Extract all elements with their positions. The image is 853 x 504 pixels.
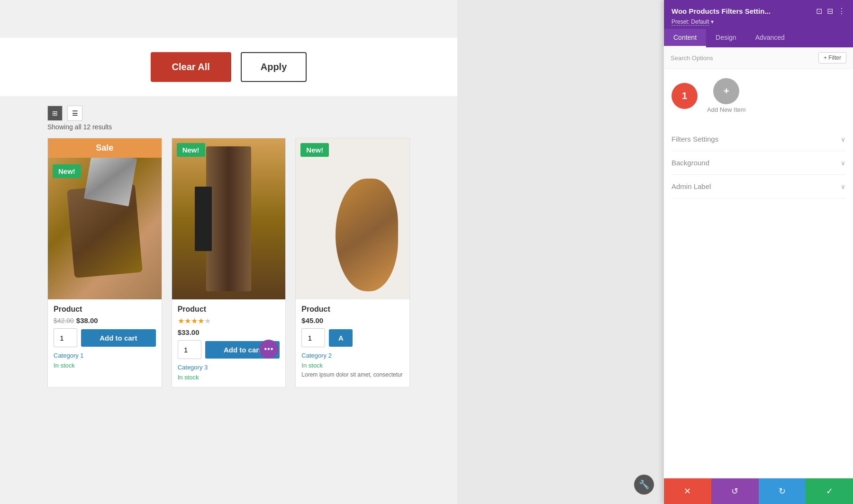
star-rating-2: ★★★★★ <box>178 316 280 325</box>
in-stock-2: In stock <box>178 374 199 381</box>
new-badge-2: New! <box>177 143 205 157</box>
accordion-admin-label: Admin Label ∨ <box>672 175 845 198</box>
panel-header-icons: ⊡ ⊟ ⋮ <box>816 7 845 16</box>
list-view-button[interactable]: ☰ <box>67 106 82 121</box>
price-3: $45.00 <box>301 316 323 324</box>
product-price-3: $45.00 <box>301 316 404 324</box>
panel-bottom-bar: ✕ ↺ ↻ ✓ <box>664 478 853 504</box>
panel-responsive-icon[interactable]: ⊡ <box>816 7 822 16</box>
add-new-item-column: + Add New Item <box>707 78 746 113</box>
new-price-1: $38.00 <box>76 316 98 324</box>
accordion-background-chevron: ∨ <box>841 159 845 167</box>
in-stock-3: In stock <box>301 362 323 369</box>
star-1: ★ <box>178 317 184 325</box>
product-description-3: Lorem ipsum dolor sit amet, consectetur <box>301 371 404 378</box>
product-name-1: Product <box>54 305 156 314</box>
product-image-2: New! <box>172 138 286 299</box>
preset-text: Preset: Default <box>672 18 709 26</box>
filter-buttons-area: Clear All Apply <box>0 38 457 96</box>
accordion-filters-settings-title: Filters Settings <box>672 135 718 143</box>
preset-selector[interactable]: Preset: Default ▾ <box>672 18 845 25</box>
category-link-3[interactable]: Category 2 <box>301 352 404 359</box>
accordion-admin-label-header[interactable]: Admin Label ∨ <box>672 175 845 198</box>
product-image-1: Sale New! <box>48 138 162 299</box>
panel-layout-icon[interactable]: ⊟ <box>827 7 833 16</box>
new-badge-3: New! <box>300 143 329 157</box>
quantity-input-1[interactable] <box>54 328 77 347</box>
quantity-input-3[interactable] <box>301 328 325 347</box>
accordion-background-header[interactable]: Background ∨ <box>672 151 845 174</box>
star-4: ★ <box>198 317 204 325</box>
product-price-2: $33.00 <box>178 328 280 336</box>
redo-icon: ↻ <box>779 486 786 496</box>
price-2: $33.00 <box>178 328 200 336</box>
items-row: 1 + Add New Item <box>672 78 845 113</box>
panel-tabs: Content Design Advanced <box>664 29 853 47</box>
accordion-background: Background ∨ <box>672 151 845 175</box>
grid-view-button[interactable]: ⊞ <box>47 106 63 121</box>
category-link-1[interactable]: Category 1 <box>54 352 156 359</box>
panel-menu-icon[interactable]: ⋮ <box>838 7 845 16</box>
accordion-filters-settings-chevron: ∨ <box>841 135 845 143</box>
product-info-3: Product $45.00 A Category 2 In stock Lor… <box>296 299 409 384</box>
accordion-admin-label-chevron: ∨ <box>841 183 845 190</box>
plus-icon: + <box>724 86 729 97</box>
item-circle-1[interactable]: 1 <box>672 83 698 109</box>
star-2: ★ <box>184 317 191 325</box>
undo-icon: ↺ <box>731 486 738 496</box>
product-info-1: Product $42.00$38.00 Add to cart Categor… <box>48 299 162 375</box>
product-card-3: New! Product $45.00 A Category 2 In stoc… <box>295 138 410 387</box>
list-view-icon: ☰ <box>72 109 78 117</box>
accordion-filters-settings: Filters Settings ∨ <box>672 127 845 151</box>
save-icon: ✓ <box>826 486 833 496</box>
add-to-cart-row-1: Add to cart <box>54 328 156 347</box>
search-options-label: Search Options <box>671 54 713 62</box>
tab-design[interactable]: Design <box>706 29 746 47</box>
star-5: ★ <box>204 317 211 325</box>
quantity-input-2[interactable] <box>178 340 201 359</box>
product-name-3: Product <box>301 305 404 314</box>
filter-button[interactable]: + Filter <box>818 52 846 63</box>
accordion-filters-settings-header[interactable]: Filters Settings ∨ <box>672 127 845 151</box>
add-to-cart-row-3: A <box>301 328 404 347</box>
panel-title: Woo Products Filters Settin... <box>672 7 771 15</box>
wrench-button[interactable]: 🔧 <box>634 475 654 495</box>
star-3: ★ <box>191 317 198 325</box>
new-badge-1: New! <box>53 164 81 178</box>
close-button[interactable]: ✕ <box>664 478 711 504</box>
panel-title-row: Woo Products Filters Settin... ⊡ ⊟ ⋮ <box>672 7 845 16</box>
main-content: Clear All Apply ⊞ ☰ Showing all 12 resul… <box>0 0 457 504</box>
accordion-admin-label-title: Admin Label <box>672 182 711 190</box>
add-new-item-circle[interactable]: + <box>713 78 739 104</box>
product-card-2: New! Product ★★★★★ $33.00 Add to cart Ca… <box>172 138 286 387</box>
add-to-cart-button-1[interactable]: Add to cart <box>81 329 156 347</box>
products-grid: Sale New! Product $42.00$38.00 Add to ca… <box>0 138 457 387</box>
old-price-1: $42.00 <box>54 317 74 324</box>
accordion-background-title: Background <box>672 159 709 167</box>
sale-banner: Sale <box>48 138 162 158</box>
item-number-1: 1 <box>682 90 687 101</box>
settings-panel: Woo Products Filters Settin... ⊡ ⊟ ⋮ Pre… <box>663 0 853 504</box>
undo-button[interactable]: ↺ <box>711 478 759 504</box>
category-link-2[interactable]: Category 3 <box>178 364 280 371</box>
save-button[interactable]: ✓ <box>806 478 853 504</box>
redo-button[interactable]: ↻ <box>759 478 806 504</box>
grid-view-icon: ⊞ <box>52 109 58 117</box>
product-image-3: New! <box>296 138 409 299</box>
add-to-cart-button-3[interactable]: A <box>329 329 353 347</box>
tab-content[interactable]: Content <box>664 29 706 47</box>
apply-button[interactable]: Apply <box>241 52 307 82</box>
product-price-1: $42.00$38.00 <box>54 316 156 324</box>
add-new-item-label: Add New Item <box>707 106 746 113</box>
wrench-icon: 🔧 <box>639 479 649 490</box>
item-1-column: 1 <box>672 83 698 109</box>
product-card: Sale New! Product $42.00$38.00 Add to ca… <box>47 138 162 387</box>
product-name-2: Product <box>178 305 280 314</box>
close-icon: ✕ <box>684 486 691 496</box>
tab-advanced[interactable]: Advanced <box>746 29 794 47</box>
clear-all-button[interactable]: Clear All <box>151 52 231 82</box>
view-controls: ⊞ ☰ <box>0 96 457 123</box>
in-stock-1: In stock <box>54 362 75 369</box>
panel-body: 1 + Add New Item Filters Settings ∨ Back… <box>664 69 853 478</box>
search-options-bar: Search Options + Filter <box>664 47 853 69</box>
